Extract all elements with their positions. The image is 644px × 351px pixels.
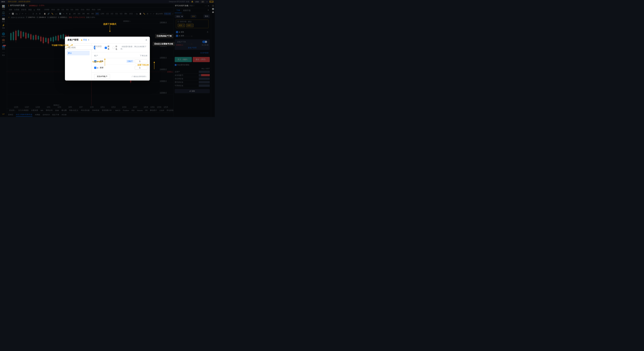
order-hint-text: （根据委托数量，乘以比例倍数下单） xyxy=(120,46,147,50)
xianyu-table-name: 咸鱼 xyxy=(100,60,125,62)
checkbox-split-check[interactable] xyxy=(112,47,115,49)
modal-overlay[interactable]: 多账户管理 ◆ 币安 ▼ ✕ + 默认 委托类型⑦ xyxy=(0,0,215,117)
modal-header: 多账户管理 ◆ 币安 ▼ ✕ xyxy=(65,37,150,44)
modal-right-header: 委托类型⑦ ✓ 跟单 分仓 （根据委托数量，乘以比例倍数下单） xyxy=(92,44,150,52)
annotation-enable-multi: ①启用多账户下单 xyxy=(155,34,173,38)
xianyu-main-badge: 主账户 xyxy=(126,60,134,63)
checkbox-follow-check[interactable]: ✓ xyxy=(105,47,107,49)
facai-check-group: ✓ ◆ xyxy=(94,67,98,69)
add-api-button[interactable]: 添加API账户 xyxy=(94,74,110,79)
xianyu-table-checkbox[interactable]: ✓ xyxy=(94,60,96,62)
checkbox-split-label: 分仓 xyxy=(116,45,118,50)
account-table-row-xianyu: ✓ ◆ 咸鱼 主账户 xyxy=(94,58,147,65)
modal-close-button[interactable]: ✕ xyxy=(145,38,147,42)
arrow-set-ratio xyxy=(150,61,158,71)
checkbox-follow: ✓ 跟单 xyxy=(105,45,111,50)
dashed-arrows xyxy=(161,33,193,49)
group-input-row: + xyxy=(67,46,90,50)
multi-account-modal: 多账户管理 ◆ 币安 ▼ ✕ + 默认 委托类型⑦ xyxy=(65,37,150,80)
xianyu-ratio-input[interactable] xyxy=(135,60,147,63)
group-item-default[interactable]: 默认 xyxy=(67,51,90,55)
facai-table-checkbox[interactable]: ✓ xyxy=(94,67,96,69)
modal-left-panel: + 默认 xyxy=(65,44,92,80)
checkbox-split: 分仓 xyxy=(112,45,118,50)
account-table-row-facai: ✓ ◆ 发财 xyxy=(94,65,147,71)
subtitle-dropdown-icon[interactable]: ▼ xyxy=(88,39,90,41)
arrow-select-mode xyxy=(105,24,114,34)
facai-table-name: 发财 xyxy=(100,66,116,69)
xianyu-check-group: ✓ ◆ xyxy=(94,60,98,62)
modal-body: + 默认 委托类型⑦ ✓ 跟单 分仓 （根据委托数量，乘以 xyxy=(65,44,150,80)
annotation-custom-group: ②自定义设置账号分组 xyxy=(153,42,175,46)
account-table: 账户 下单比例 ✓ ◆ 咸鱼 主账户 xyxy=(92,52,150,72)
xianyu-diamond-icon: ◆ xyxy=(97,60,98,62)
modal-sub-title: 币安 xyxy=(83,38,87,41)
account-table-header: 账户 下单比例 xyxy=(94,54,147,58)
checkbox-follow-label: 跟单 xyxy=(108,45,111,50)
facai-diamond-icon: ◆ xyxy=(97,67,98,69)
modal-right-panel: 委托类型⑦ ✓ 跟单 分仓 （根据委托数量，乘以比例倍数下单） 账户 xyxy=(92,44,150,80)
modal-title: 多账户管理 xyxy=(68,38,78,41)
facai-ratio-input[interactable] xyxy=(135,66,147,70)
subtitle-diamond: ◆ xyxy=(81,39,82,41)
modal-subtitle: ◆ 币安 ▼ xyxy=(81,38,90,41)
group-name-input[interactable] xyxy=(67,46,93,50)
save-note: （* 修改会实时保存） xyxy=(131,75,147,78)
col-account: 账户 xyxy=(94,54,98,57)
order-type-label: 委托类型⑦ xyxy=(94,45,103,50)
col-ratio: 下单比例 xyxy=(140,54,147,57)
annotation-select-mode: 选择下单模式 xyxy=(103,23,116,26)
modal-footer: 添加API账户 （* 修改会实时保存） xyxy=(92,72,150,80)
